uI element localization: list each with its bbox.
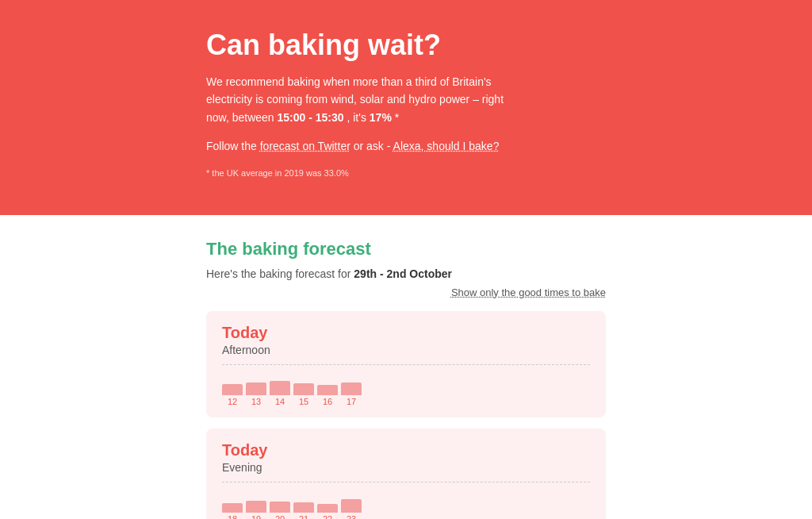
label-19: 19 bbox=[246, 514, 266, 519]
section-title: The baking forecast bbox=[206, 239, 606, 260]
labels-evening: 18 19 20 21 22 23 bbox=[222, 514, 590, 519]
threshold-line-evening bbox=[222, 482, 590, 482]
bar-col-21 bbox=[293, 502, 314, 513]
label-22: 22 bbox=[317, 514, 338, 519]
percentage: 17% bbox=[370, 111, 392, 124]
label-18: 18 bbox=[222, 514, 243, 519]
bar-chart-afternoon: 12 13 14 15 16 17 bbox=[222, 364, 590, 406]
bar-18 bbox=[222, 503, 243, 513]
label-21: 21 bbox=[293, 514, 314, 519]
forecast-card-today-afternoon: Today Afternoon bbox=[206, 311, 606, 417]
bar-23 bbox=[341, 499, 362, 513]
date-range-text: Here's the baking forecast for 29th - 2n… bbox=[206, 267, 606, 280]
bar-20 bbox=[270, 502, 290, 513]
bars-row-afternoon bbox=[222, 370, 590, 395]
bars-row-evening bbox=[222, 487, 590, 513]
hero-desc-2: , it's bbox=[347, 111, 366, 124]
label-20: 20 bbox=[270, 514, 290, 519]
follow-prefix: Follow the bbox=[206, 140, 257, 152]
forecast-card-today-evening: Today Evening bbox=[206, 429, 606, 519]
card-day-today-evening: Today bbox=[222, 441, 590, 459]
bar-21 bbox=[293, 502, 314, 513]
bar-col-14 bbox=[270, 381, 290, 395]
bar-col-23 bbox=[341, 499, 362, 513]
bar-14 bbox=[270, 381, 290, 395]
label-15: 15 bbox=[293, 397, 314, 406]
bar-16 bbox=[317, 385, 338, 395]
hero-section: Can baking wait? We recommend baking whe… bbox=[0, 0, 812, 215]
bar-19 bbox=[246, 501, 266, 513]
bar-col-12 bbox=[222, 384, 243, 395]
bar-col-13 bbox=[246, 383, 266, 395]
filter-link[interactable]: Show only the good times to bake bbox=[451, 286, 606, 298]
threshold-line bbox=[222, 364, 590, 365]
bar-17 bbox=[341, 383, 362, 395]
time-range: 15:00 - 15:30 bbox=[278, 111, 344, 124]
twitter-forecast-link[interactable]: forecast on Twitter bbox=[260, 140, 350, 152]
alexa-link[interactable]: Alexa, should I bake? bbox=[393, 140, 500, 152]
date-range-value: 29th - 2nd October bbox=[354, 267, 452, 280]
card-period-afternoon: Afternoon bbox=[222, 344, 590, 356]
label-14: 14 bbox=[270, 397, 290, 406]
card-day-today-afternoon: Today bbox=[222, 324, 590, 342]
hero-desc-3: * bbox=[395, 111, 399, 124]
bar-chart-evening: 18 19 20 21 22 23 bbox=[222, 482, 590, 519]
bar-col-20 bbox=[270, 502, 290, 513]
bar-col-18 bbox=[222, 503, 243, 513]
label-12: 12 bbox=[222, 397, 243, 406]
bar-col-22 bbox=[317, 504, 338, 513]
or-text: or ask - bbox=[354, 140, 391, 152]
card-period-evening: Evening bbox=[222, 461, 590, 474]
page-title: Can baking wait? bbox=[206, 29, 606, 62]
date-label: Here's the baking forecast for bbox=[206, 267, 350, 280]
bar-col-16 bbox=[317, 385, 338, 395]
hero-follow-text: Follow the forecast on Twitter or ask - … bbox=[206, 137, 523, 155]
bar-col-19 bbox=[246, 501, 266, 513]
footnote: * the UK average in 2019 was 33.0% bbox=[206, 167, 523, 181]
label-17: 17 bbox=[341, 397, 362, 406]
labels-afternoon: 12 13 14 15 16 17 bbox=[222, 397, 590, 406]
bar-15 bbox=[293, 383, 314, 395]
bar-22 bbox=[317, 504, 338, 513]
hero-description: We recommend baking when more than a thi… bbox=[206, 73, 523, 126]
main-content: The baking forecast Here's the baking fo… bbox=[0, 215, 812, 519]
label-23: 23 bbox=[341, 514, 362, 519]
bar-13 bbox=[246, 383, 266, 395]
label-13: 13 bbox=[246, 397, 266, 406]
filter-link-container: Show only the good times to bake bbox=[206, 286, 606, 298]
bar-12 bbox=[222, 384, 243, 395]
label-16: 16 bbox=[317, 397, 338, 406]
bar-col-15 bbox=[293, 383, 314, 395]
bar-col-17 bbox=[341, 383, 362, 395]
